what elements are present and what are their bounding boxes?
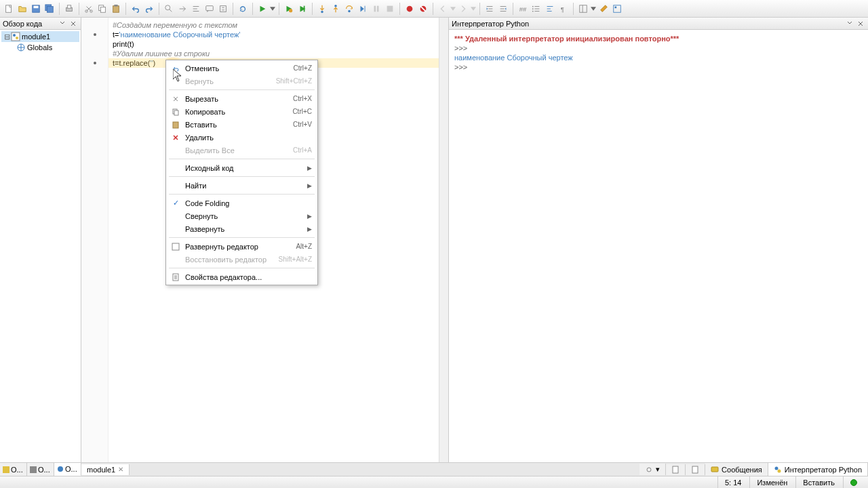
nav-forward-dropdown[interactable] (471, 4, 476, 14)
menu-expand-editor[interactable]: Развернуть редактор Alt+Z (166, 240, 317, 253)
redo-button[interactable] (143, 3, 155, 15)
indent-button[interactable] (497, 3, 509, 15)
refresh-button[interactable] (237, 3, 249, 15)
bookmark-button[interactable] (217, 3, 229, 15)
menu-expand[interactable]: Развернуть ▶ (166, 222, 317, 235)
whitespace-button[interactable] (544, 3, 556, 15)
doc-icon (691, 466, 699, 474)
format-button[interactable] (190, 3, 202, 15)
left-tab[interactable]: О... (0, 463, 27, 476)
svg-rect-17 (304, 5, 305, 12)
cut-button[interactable] (83, 3, 95, 15)
outdent-button[interactable] (484, 3, 496, 15)
panel-header: Интерпретатор Python (449, 18, 868, 30)
step-over-button[interactable] (296, 3, 309, 15)
step-out-button[interactable] (330, 3, 342, 15)
close-tab-icon[interactable]: ✕ (118, 466, 123, 473)
toolbar-separator (433, 3, 433, 15)
nav-forward-button[interactable] (457, 3, 469, 15)
code-overview-panel: Обзор кода ⊟ module1 Globals (0, 18, 81, 462)
paste-button[interactable] (110, 3, 122, 15)
save-button[interactable] (30, 3, 42, 15)
panel-close-button[interactable] (68, 19, 78, 28)
print-button[interactable] (63, 3, 75, 15)
layout-button[interactable] (577, 3, 589, 15)
editor-toolbar-button[interactable]: ▾ (639, 464, 666, 475)
tools-button[interactable] (597, 3, 610, 15)
doc-icon (671, 466, 679, 474)
svg-rect-33 (614, 5, 621, 12)
step-next-button[interactable] (343, 3, 355, 15)
pause-button[interactable] (370, 3, 382, 15)
list-button[interactable] (530, 3, 542, 15)
editor-scrollbar[interactable] (439, 18, 448, 462)
debug-button[interactable] (283, 3, 295, 15)
open-file-button[interactable] (16, 3, 28, 15)
status-indicator (843, 476, 864, 488)
settings-button[interactable] (611, 3, 623, 15)
breakpoint-button[interactable] (403, 3, 416, 15)
tree-label: module1 (22, 33, 50, 41)
tab-interpreter[interactable]: Интерпретатор Python (768, 463, 868, 476)
panel-title: Интерпретатор Python (452, 20, 844, 28)
nav-back-dropdown[interactable] (450, 4, 456, 14)
clear-breakpoints-button[interactable] (417, 3, 429, 15)
goto-button[interactable] (176, 3, 189, 15)
interpreter-output[interactable]: *** Удаленный интерпретатор инициализиро… (449, 30, 868, 462)
copy-button[interactable] (96, 3, 108, 15)
menu-editor-properties[interactable]: Свойства редактора... (166, 270, 317, 283)
menu-undo[interactable]: Отменить Ctrl+Z (166, 62, 317, 75)
undo-button[interactable] (130, 3, 142, 15)
menu-delete[interactable]: Удалить (166, 131, 317, 144)
panel-minimize-button[interactable] (845, 19, 854, 28)
svg-rect-10 (100, 7, 105, 12)
tree-item-module[interactable]: ⊟ module1 (1, 31, 79, 42)
tab-messages[interactable]: Сообщения (705, 463, 768, 476)
paragraph-button[interactable]: ¶ (557, 3, 570, 15)
run-dropdown[interactable] (270, 4, 275, 14)
save-all-button[interactable] (43, 3, 56, 15)
editor-tab-module[interactable]: module1 ✕ (81, 464, 130, 475)
svg-point-30 (532, 10, 534, 12)
svg-point-42 (647, 468, 651, 472)
svg-rect-2 (34, 5, 39, 8)
step-into-button[interactable] (316, 3, 328, 15)
nav-back-button[interactable] (437, 3, 449, 15)
stop-button[interactable] (384, 3, 396, 15)
menu-copy[interactable]: Копировать Ctrl+C (166, 105, 317, 118)
svg-rect-51 (172, 243, 179, 250)
panel-close-button[interactable] (856, 19, 865, 28)
menu-cut[interactable]: Вырезать Ctrl+X (166, 92, 317, 105)
run-to-cursor-button[interactable] (357, 3, 369, 15)
menu-code-folding[interactable]: ✓ Code Folding (166, 197, 317, 209)
svg-rect-44 (692, 466, 698, 473)
search-button[interactable] (163, 3, 175, 15)
layout-dropdown[interactable] (591, 4, 596, 14)
toggle-comment-button[interactable]: ## (517, 3, 529, 15)
toolbar-separator (479, 3, 480, 15)
menu-source-code[interactable]: Исходный код ▶ (166, 161, 317, 174)
toolbar-separator (159, 3, 159, 15)
menu-find[interactable]: Найти ▶ (166, 179, 317, 192)
python-interpreter-panel: Интерпретатор Python *** Удаленный интер… (449, 18, 868, 462)
menu-select-all[interactable]: Выделить Все Ctrl+A (166, 144, 317, 157)
delete-icon (172, 134, 180, 142)
collapse-icon[interactable]: ⊟ (3, 33, 11, 41)
svg-point-41 (58, 466, 63, 472)
menu-paste[interactable]: Вставить Ctrl+V (166, 118, 317, 131)
left-tab[interactable]: О... (54, 463, 81, 476)
comment-button[interactable] (203, 3, 216, 15)
menu-collapse[interactable]: Свернуть ▶ (166, 209, 317, 222)
left-tab[interactable]: О... (27, 463, 54, 476)
svg-text:##: ## (519, 5, 527, 12)
menu-redo: Вернуть Shift+Ctrl+Z (166, 75, 317, 87)
editor-toolbar-button[interactable] (666, 464, 686, 475)
run-button[interactable] (256, 3, 269, 15)
tree-item-globals[interactable]: Globals (1, 42, 79, 53)
tab-icon (30, 466, 37, 473)
editor-toolbar-button[interactable] (686, 464, 705, 475)
new-file-button[interactable] (3, 3, 15, 15)
panel-minimize-button[interactable] (58, 19, 67, 28)
gutter-marker-icon (94, 33, 96, 36)
toolbar-separator (279, 3, 279, 15)
